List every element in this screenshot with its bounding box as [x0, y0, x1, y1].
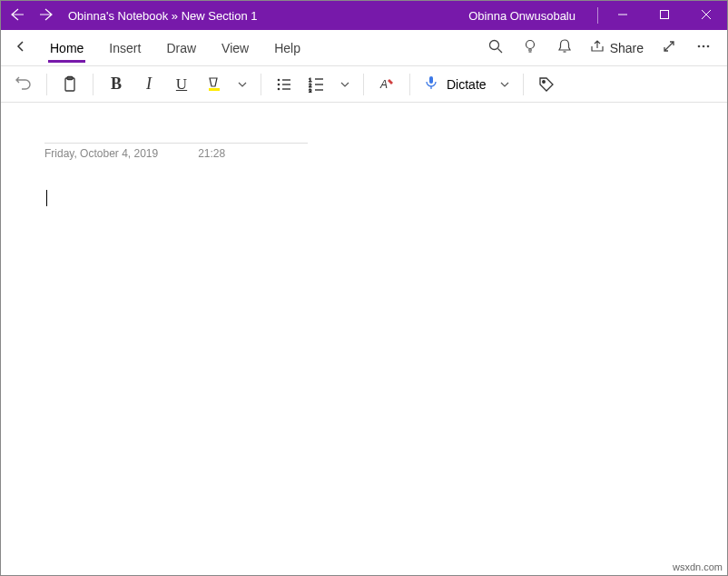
notifications-button[interactable]: [548, 30, 581, 66]
clipboard-button[interactable]: [54, 69, 85, 100]
maximize-button[interactable]: [644, 1, 685, 30]
titlebar-divider: [597, 7, 598, 24]
undo-button[interactable]: [8, 69, 39, 100]
styles-button[interactable]: A: [371, 69, 402, 100]
text-cursor: [46, 190, 47, 206]
share-button[interactable]: Share: [583, 30, 651, 66]
expand-icon: [662, 39, 676, 57]
fullscreen-button[interactable]: [653, 30, 685, 66]
bold-button[interactable]: B: [101, 69, 132, 100]
tag-icon: [537, 75, 556, 94]
page-time: 21:28: [198, 147, 225, 160]
svg-point-18: [278, 87, 280, 90]
bullet-list-button[interactable]: [269, 69, 300, 100]
svg-point-10: [698, 45, 701, 47]
svg-point-31: [542, 80, 545, 83]
close-button[interactable]: [685, 1, 727, 30]
minimize-button[interactable]: [602, 1, 644, 30]
svg-rect-27: [315, 89, 323, 90]
navigation-toggle[interactable]: [5, 30, 37, 66]
more-options-button[interactable]: [687, 30, 720, 66]
ribbon-tabs: Home Insert Draw View Help: [1, 30, 727, 66]
svg-rect-25: [315, 78, 323, 79]
arrow-right-icon: [40, 7, 54, 25]
svg-rect-26: [315, 84, 323, 84]
svg-rect-29: [429, 76, 433, 84]
highlight-button[interactable]: [199, 69, 230, 100]
toolbar-divider: [523, 74, 524, 95]
toolbar-divider: [363, 74, 364, 95]
title-separator: »: [172, 9, 178, 23]
search-icon: [487, 38, 504, 58]
arrow-left-icon: [9, 7, 24, 25]
svg-point-6: [526, 40, 534, 48]
toolbar: B I U 123: [1, 66, 727, 103]
undo-icon: [15, 75, 33, 94]
share-icon: [590, 39, 605, 56]
dictate-dropdown[interactable]: [494, 69, 516, 100]
note-page[interactable]: Friday, October 4, 2019 21:28: [1, 103, 727, 575]
highlight-icon: [205, 75, 223, 94]
dictate-button[interactable]: Dictate: [418, 69, 492, 100]
italic-button[interactable]: I: [133, 69, 164, 100]
list-format-dropdown[interactable]: [334, 69, 356, 100]
svg-text:A: A: [379, 78, 388, 91]
toolbar-divider: [93, 74, 93, 95]
chevron-down-icon: [500, 80, 509, 89]
tags-button[interactable]: [531, 69, 562, 100]
svg-rect-20: [282, 84, 290, 84]
styles-icon: A: [378, 75, 396, 94]
section-name: New Section 1: [182, 9, 258, 23]
bullet-list-icon: [276, 76, 292, 93]
close-icon: [701, 9, 712, 23]
chevron-down-icon: [340, 80, 349, 89]
numbered-list-button[interactable]: 123: [301, 69, 332, 100]
page-datestamp: Friday, October 4, 2019 21:28: [44, 143, 308, 160]
svg-rect-15: [209, 88, 220, 91]
toolbar-divider: [261, 74, 261, 95]
tab-help[interactable]: Help: [261, 30, 313, 66]
svg-line-5: [497, 48, 502, 53]
tab-draw[interactable]: Draw: [153, 30, 209, 66]
share-label: Share: [610, 41, 644, 55]
minimize-icon: [617, 9, 628, 23]
search-button[interactable]: [479, 30, 512, 66]
svg-point-17: [278, 83, 280, 85]
account-name[interactable]: Obinna Onwusobalu: [450, 9, 594, 23]
tab-insert[interactable]: Insert: [96, 30, 153, 66]
lightbulb-icon: [522, 38, 538, 58]
numbered-list-icon: 123: [309, 76, 325, 93]
window-title[interactable]: Obinna's Notebook » New Section 1: [63, 9, 257, 23]
dictate-label: Dictate: [447, 77, 487, 92]
notebook-name: Obinna's Notebook: [68, 9, 168, 23]
ellipsis-icon: [695, 38, 712, 58]
underline-button[interactable]: U: [166, 69, 197, 100]
svg-point-16: [278, 78, 280, 81]
toolbar-divider: [409, 74, 410, 95]
title-bar: Obinna's Notebook » New Section 1 Obinna…: [1, 1, 727, 30]
microphone-icon: [423, 74, 439, 94]
page-date: Friday, October 4, 2019: [44, 147, 158, 160]
svg-point-11: [703, 45, 705, 47]
chevron-down-icon: [238, 80, 247, 89]
maximize-icon: [659, 9, 670, 23]
nav-back-button[interactable]: [1, 1, 32, 30]
nav-forward-button[interactable]: [32, 1, 63, 30]
toolbar-divider: [46, 74, 47, 95]
tips-button[interactable]: [514, 30, 546, 66]
svg-point-12: [707, 45, 710, 47]
app-window: Obinna's Notebook » New Section 1 Obinna…: [0, 0, 728, 576]
svg-rect-1: [661, 10, 669, 18]
watermark: wsxdn.com: [673, 561, 723, 572]
tab-home[interactable]: Home: [37, 30, 96, 66]
svg-rect-19: [282, 79, 290, 80]
svg-rect-21: [282, 88, 290, 89]
tab-view[interactable]: View: [209, 30, 261, 66]
clipboard-icon: [61, 75, 79, 94]
font-format-dropdown[interactable]: [231, 69, 253, 100]
svg-point-4: [489, 40, 498, 49]
chevron-left-icon: [15, 40, 27, 56]
bell-icon: [556, 38, 573, 58]
svg-text:3: 3: [309, 88, 312, 93]
